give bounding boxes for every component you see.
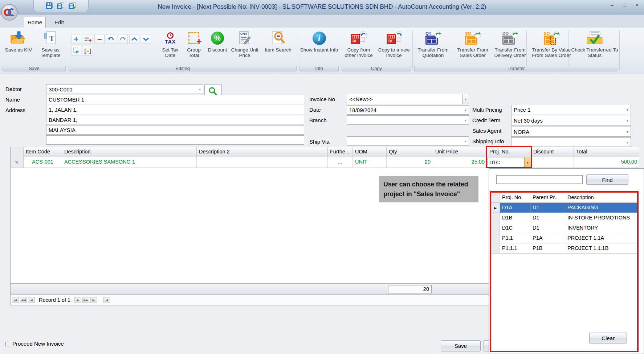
address-line3-field[interactable]: MALAYSIA (46, 125, 304, 135)
project-row[interactable]: ▸ D1A D1 PACKAGING (491, 203, 637, 213)
chevron-down-icon[interactable]: ▾ (627, 108, 628, 112)
clear-button[interactable]: Clear (589, 333, 627, 343)
credit-term-field[interactable]: Net 30 days▾ (511, 115, 631, 126)
debtor-field[interactable]: 300-C001 ▾ (46, 85, 203, 94)
chevron-down-icon[interactable]: ▾ (465, 118, 466, 122)
delete-row-button[interactable]: – (94, 34, 105, 44)
address-line1-field[interactable]: 1, JALAN 1, (46, 105, 304, 114)
project-cell-parent[interactable]: P1A (530, 233, 565, 243)
maximize-icon[interactable]: □ (620, 1, 629, 9)
project-column-parent[interactable]: Parent Pr... (530, 193, 565, 203)
column-header-item-code[interactable]: Item Code (24, 147, 62, 157)
tab-home[interactable]: Home (24, 17, 46, 28)
column-header-further[interactable]: Furthe... (328, 147, 353, 157)
project-row[interactable]: D1C D1 INVENTORY (491, 223, 637, 233)
transfer-from-quotation-button[interactable]: QT Transfer From Quotation (414, 29, 452, 65)
check-transferred-status-button[interactable]: Check Transferred To Status (571, 29, 619, 65)
copy-from-other-invoice-button[interactable]: IV Copy from other Invoice (341, 29, 376, 65)
project-row[interactable]: P1.1.1 P1B PROJECT 1.1.1B (491, 243, 637, 254)
cell-uom[interactable]: UNIT (353, 157, 387, 168)
copy-to-new-invoice-button[interactable]: IV Copy to a new Invoice (377, 29, 411, 65)
nav-next-button[interactable]: ▶ (74, 297, 81, 303)
save-icon[interactable] (46, 2, 53, 10)
cell-proj-no[interactable]: D1C ▾ (487, 157, 531, 168)
name-field[interactable]: CUSTOMER 1 (46, 95, 304, 104)
chevron-down-icon[interactable]: ▾ (465, 108, 466, 112)
save-as-kiv-button[interactable]: Save as KIV (2, 29, 35, 65)
project-row[interactable]: D1B D1 IN-STORE PROMOTIONS (491, 213, 637, 223)
discount-button[interactable]: % Discount (206, 29, 229, 65)
project-cell-proj-no[interactable]: D1B (500, 213, 530, 223)
column-header-total[interactable]: Total (574, 147, 639, 157)
chevron-down-icon[interactable]: ▾ (627, 119, 628, 123)
column-header-unit-price[interactable]: Unit Price (433, 147, 487, 157)
group-total-button[interactable]: + Group Total (183, 29, 205, 65)
nav-first-button[interactable]: |◀ (12, 297, 19, 303)
column-header-proj-no[interactable]: Proj. No. (487, 147, 531, 157)
cell-further[interactable]: ... (328, 157, 353, 168)
cell-qty[interactable]: 20 (387, 157, 433, 168)
item-search-button[interactable]: Item Search (261, 29, 295, 65)
transfer-from-delivery-order-button[interactable]: DO Transfer From Delivery Order (492, 29, 528, 65)
save-as-template-button[interactable]: T Save as Template (36, 29, 65, 65)
project-cell-parent[interactable]: D1 (530, 213, 565, 223)
transfer-by-value-button[interactable]: SO Transfer By Value From Sales Order (529, 29, 574, 65)
project-cell-description[interactable]: PROJECT 1.1.1B (565, 243, 637, 254)
redo-button[interactable] (118, 34, 128, 44)
proj-no-dropdown-button[interactable]: ▾ (524, 157, 531, 168)
show-posting-button[interactable]: [≡] (83, 46, 93, 55)
project-cell-description[interactable]: PROJECT 1.1A (565, 233, 637, 243)
cell-item-code[interactable]: ACS-001 (24, 157, 62, 168)
project-cell-proj-no[interactable]: D1C (500, 223, 530, 233)
address-line4-field[interactable] (46, 135, 304, 145)
column-header-description-2[interactable]: Description 2 (197, 147, 328, 157)
branch-field[interactable]: ▾ (347, 115, 469, 125)
move-down-button[interactable] (141, 34, 151, 44)
show-instant-info-button[interactable]: i Show Instant Info (300, 29, 338, 65)
column-header-discount[interactable]: Discount (531, 147, 574, 157)
find-button[interactable]: Find (586, 174, 628, 185)
cell-description-2[interactable] (197, 157, 328, 168)
shipping-info-field[interactable]: ▾ (511, 137, 631, 147)
tab-edit[interactable]: Edit (49, 17, 70, 28)
set-tax-date-button[interactable]: TAX Set Tax Date (159, 29, 182, 65)
undo-button[interactable] (106, 34, 116, 44)
project-column-description[interactable]: Description (565, 193, 637, 203)
project-cell-description[interactable]: IN-STORE PROMOTIONS (565, 213, 637, 223)
chevron-down-icon[interactable]: ▾ (627, 140, 628, 144)
project-cell-parent[interactable]: D1 (530, 203, 565, 213)
nav-next-page-button[interactable]: ▶▶ (82, 297, 89, 303)
chevron-down-icon[interactable]: ▾ (199, 87, 201, 91)
ship-via-field[interactable]: ▾ (347, 136, 469, 146)
project-cell-parent[interactable]: D1 (530, 223, 565, 233)
cell-total[interactable]: 500.00 (574, 157, 639, 168)
add-row-button[interactable]: + (71, 34, 81, 44)
project-search-input[interactable] (496, 175, 583, 184)
date-field[interactable]: 18/09/2024▾ (347, 105, 469, 115)
nav-last-button[interactable]: ▶| (90, 297, 97, 303)
project-cell-proj-no[interactable]: D1A (500, 203, 530, 213)
multi-pricing-field[interactable]: Price 1▾ (511, 105, 631, 114)
save-and-new-icon[interactable] (57, 2, 64, 10)
nav-prev-button[interactable]: ◀ (28, 297, 35, 303)
project-column-proj-no[interactable]: Proj. No. (500, 193, 530, 203)
address-line2-field[interactable]: BANDAR 1, (46, 115, 304, 124)
column-header-qty[interactable]: Qty (387, 147, 433, 157)
project-cell-proj-no[interactable]: P1.1.1 (500, 243, 530, 254)
project-cell-description[interactable]: INVENTORY (565, 223, 637, 233)
transfer-from-sales-order-button[interactable]: SO Transfer From Sales Order (453, 29, 492, 65)
hscroll-left-button[interactable]: ◀ (103, 297, 110, 303)
cell-discount[interactable] (531, 157, 574, 168)
column-header-description[interactable]: Description (62, 147, 197, 157)
nav-prev-page-button[interactable]: ◀◀ (20, 297, 27, 303)
minimize-icon[interactable]: – (608, 1, 616, 9)
close-icon[interactable]: × (632, 1, 641, 9)
move-up-button[interactable] (129, 34, 139, 44)
add-multiple-rows-button[interactable] (83, 34, 93, 44)
sales-agent-field[interactable]: NORA▾ (511, 127, 631, 137)
column-header-uom[interactable]: UOM (353, 147, 387, 157)
save-button[interactable]: Save (441, 340, 481, 351)
cell-unit-price[interactable]: 25.00 (433, 157, 487, 168)
chevron-down-icon[interactable]: ▾ (465, 139, 466, 143)
chevron-down-icon[interactable]: ▾ (627, 130, 628, 134)
